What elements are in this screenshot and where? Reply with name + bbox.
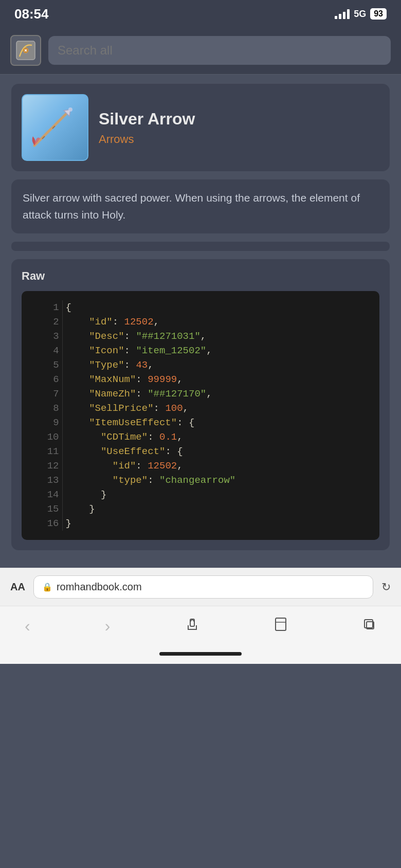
code-line: "Type": 43, bbox=[62, 358, 371, 372]
status-time: 08:54 bbox=[14, 6, 49, 22]
network-label: 5G bbox=[354, 9, 366, 20]
table-row: 16} bbox=[30, 516, 371, 531]
refresh-button[interactable]: ↻ bbox=[381, 581, 391, 594]
svg-point-6 bbox=[68, 107, 72, 112]
code-line: } bbox=[62, 487, 371, 502]
main-content: Silver Arrow Arrows Silver arrow with sa… bbox=[0, 75, 401, 568]
item-card: Silver Arrow Arrows bbox=[11, 84, 390, 171]
table-row: 4 "Icon": "item_12502", bbox=[30, 343, 371, 358]
line-number: 6 bbox=[30, 372, 62, 387]
code-line: } bbox=[62, 516, 371, 531]
raw-title: Raw bbox=[22, 269, 379, 283]
line-number: 2 bbox=[30, 315, 62, 329]
battery-label: 93 bbox=[370, 8, 387, 20]
code-line: "NameZh": "##127170", bbox=[62, 387, 371, 401]
font-size-button[interactable]: AA bbox=[10, 581, 25, 593]
svg-rect-8 bbox=[276, 618, 286, 630]
table-row: 7 "NameZh": "##127170", bbox=[30, 387, 371, 401]
browser-nav: ‹ › bbox=[0, 606, 401, 650]
table-row: 3 "Desc": "##1271031", bbox=[30, 329, 371, 343]
signal-icon bbox=[335, 9, 350, 19]
code-line: "type": "changearrow" bbox=[62, 473, 371, 487]
code-line: { bbox=[62, 300, 371, 315]
code-block: 1{2 "id": 12502,3 "Desc": "##1271031",4 … bbox=[22, 291, 379, 540]
browser-bar: AA 🔒 romhandbook.com ↻ bbox=[0, 568, 401, 606]
svg-line-2 bbox=[34, 110, 70, 146]
line-number: 11 bbox=[30, 444, 62, 459]
table-row: 15 } bbox=[30, 502, 371, 516]
table-row: 14 } bbox=[30, 487, 371, 502]
home-indicator bbox=[0, 650, 401, 664]
code-line: "id": 12502, bbox=[62, 315, 371, 329]
table-row: 8 "SellPrice": 100, bbox=[30, 401, 371, 415]
line-number: 13 bbox=[30, 473, 62, 487]
bookmark-button[interactable] bbox=[270, 613, 291, 639]
code-line: "id": 12502, bbox=[62, 459, 371, 473]
table-row: 9 "ItemUseEffect": { bbox=[30, 415, 371, 430]
line-number: 9 bbox=[30, 415, 62, 430]
line-number: 14 bbox=[30, 487, 62, 502]
code-table: 1{2 "id": 12502,3 "Desc": "##1271031",4 … bbox=[30, 300, 371, 531]
line-number: 4 bbox=[30, 343, 62, 358]
logo-icon bbox=[14, 39, 37, 62]
item-category: Arrows bbox=[99, 133, 379, 146]
code-line: } bbox=[62, 502, 371, 516]
line-number: 10 bbox=[30, 430, 62, 444]
home-bar bbox=[159, 652, 242, 656]
url-text: romhandbook.com bbox=[57, 581, 142, 593]
line-number: 8 bbox=[30, 401, 62, 415]
table-row: 1{ bbox=[30, 300, 371, 315]
table-row: 12 "id": 12502, bbox=[30, 459, 371, 473]
line-number: 12 bbox=[30, 459, 62, 473]
raw-section: Raw 1{2 "id": 12502,3 "Desc": "##1271031… bbox=[11, 259, 390, 550]
line-number: 3 bbox=[30, 329, 62, 343]
item-name: Silver Arrow bbox=[99, 110, 379, 129]
table-row: 13 "type": "changearrow" bbox=[30, 473, 371, 487]
code-line: "MaxNum": 99999, bbox=[62, 372, 371, 387]
line-number: 1 bbox=[30, 300, 62, 315]
search-input[interactable] bbox=[48, 36, 391, 65]
code-line: "Desc": "##1271031", bbox=[62, 329, 371, 343]
item-info: Silver Arrow Arrows bbox=[99, 110, 379, 146]
description-text: Silver arrow with sacred power. When usi… bbox=[23, 190, 378, 223]
forward-button[interactable]: › bbox=[101, 612, 115, 640]
line-number: 16 bbox=[30, 516, 62, 531]
table-row: 5 "Type": 43, bbox=[30, 358, 371, 372]
code-line: "CDTime": 0.1, bbox=[62, 430, 371, 444]
code-line: "Icon": "item_12502", bbox=[62, 343, 371, 358]
status-bar: 08:54 5G 93 bbox=[0, 0, 401, 28]
lock-icon: 🔒 bbox=[42, 582, 52, 592]
line-number: 5 bbox=[30, 358, 62, 372]
code-line: "SellPrice": 100, bbox=[62, 401, 371, 415]
item-image bbox=[22, 94, 88, 161]
code-line: "ItemUseEffect": { bbox=[62, 415, 371, 430]
code-line: "UseEffect": { bbox=[62, 444, 371, 459]
status-icons: 5G 93 bbox=[335, 8, 387, 20]
url-bar[interactable]: 🔒 romhandbook.com bbox=[33, 575, 373, 599]
description-card: Silver arrow with sacred power. When usi… bbox=[11, 179, 390, 233]
search-bar-area bbox=[0, 28, 401, 75]
app-logo bbox=[10, 35, 41, 66]
table-row: 6 "MaxNum": 99999, bbox=[30, 372, 371, 387]
line-number: 15 bbox=[30, 502, 62, 516]
tabs-button[interactable] bbox=[358, 613, 380, 639]
back-button[interactable]: ‹ bbox=[21, 612, 34, 640]
table-row: 10 "CDTime": 0.1, bbox=[30, 430, 371, 444]
table-row: 11 "UseEffect": { bbox=[30, 444, 371, 459]
share-button[interactable] bbox=[181, 613, 204, 639]
svg-rect-9 bbox=[364, 620, 373, 628]
item-icon bbox=[27, 99, 83, 156]
table-row: 2 "id": 12502, bbox=[30, 315, 371, 329]
divider bbox=[11, 242, 390, 251]
line-number: 7 bbox=[30, 387, 62, 401]
